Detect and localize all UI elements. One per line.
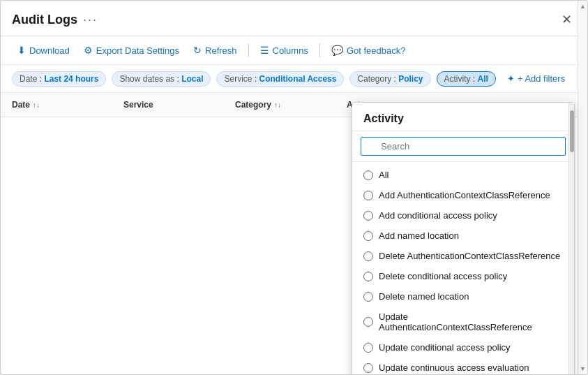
scroll-down-arrow[interactable]: ▼: [578, 363, 587, 374]
scroll-up-arrow[interactable]: ▲: [578, 1, 587, 12]
search-container: 🔍: [361, 137, 566, 156]
activity-item-label: All: [379, 170, 389, 180]
activity-item-label: Update AuthenticationContextClassReferen…: [379, 311, 563, 332]
radio-circle: [363, 170, 373, 180]
toolbar-separator-2: [319, 43, 320, 57]
activity-item-label: Delete AuthenticationContextClassReferen…: [379, 251, 560, 261]
title-bar: Audit Logs ··· ✕: [1, 1, 587, 36]
columns-icon: ☰: [260, 45, 269, 56]
radio-circle: [363, 191, 373, 200]
activity-item-label: Add AuthenticationContextClassReference: [379, 190, 550, 200]
refresh-icon: ↻: [193, 45, 202, 56]
sort-icon-date: ↑↓: [33, 101, 40, 109]
radio-circle: [363, 343, 373, 353]
toolbar: ⬇ Download ⚙ Export Data Settings ↻ Refr…: [1, 36, 587, 65]
page-title: Audit Logs: [12, 13, 77, 27]
radio-circle: [363, 292, 373, 302]
export-data-settings-button[interactable]: ⚙ Export Data Settings: [78, 42, 185, 59]
feedback-icon: 💬: [331, 45, 343, 56]
title-more-icon[interactable]: ···: [83, 13, 98, 27]
col-category[interactable]: Category ↑↓: [224, 93, 336, 117]
col-date[interactable]: Date ↑↓: [1, 93, 112, 117]
activity-item-label: Add conditional access policy: [379, 210, 497, 221]
dropdown-title: Activity: [352, 103, 574, 131]
activity-item-label: Update conditional access policy: [379, 342, 511, 353]
activity-item[interactable]: Delete AuthenticationContextClassReferen…: [352, 246, 574, 266]
audit-logs-window: Audit Logs ··· ✕ ⬇ Download ⚙ Export Dat…: [0, 0, 588, 375]
col-service[interactable]: Service: [112, 93, 224, 117]
activity-item[interactable]: Delete conditional access policy: [352, 266, 574, 286]
activity-filter-chip[interactable]: Activity : All: [437, 71, 496, 87]
service-filter-chip[interactable]: Service : Conditional Access: [216, 71, 344, 87]
radio-circle: [363, 363, 373, 373]
download-icon: ⬇: [17, 45, 26, 56]
columns-button[interactable]: ☰ Columns: [255, 42, 314, 59]
filters-row: Date : Last 24 hours Show dates as : Loc…: [1, 65, 587, 93]
activity-dropdown: Activity 🔍 AllAdd AuthenticationContextC…: [352, 102, 575, 375]
date-filter-chip[interactable]: Date : Last 24 hours: [12, 71, 106, 87]
radio-circle: [363, 317, 373, 327]
activity-item-label: Add named location: [379, 230, 459, 241]
close-button[interactable]: ✕: [557, 10, 576, 29]
activity-item[interactable]: Add conditional access policy: [352, 205, 574, 226]
add-filters-button[interactable]: ✦ + Add filters: [502, 71, 571, 87]
activity-item[interactable]: Update continuous access evaluation: [352, 358, 574, 375]
add-filters-icon: ✦: [507, 73, 515, 84]
title-bar-left: Audit Logs ···: [12, 13, 98, 27]
dropdown-scrollbar-track[interactable]: [568, 103, 574, 375]
show-dates-filter-chip[interactable]: Show dates as : Local: [112, 71, 211, 87]
activity-item[interactable]: All: [352, 165, 574, 185]
activity-item[interactable]: Add AuthenticationContextClassReference: [352, 185, 574, 205]
radio-circle: [363, 231, 373, 241]
activity-item-label: Delete named location: [379, 291, 469, 302]
toolbar-separator: [248, 43, 249, 57]
activity-item[interactable]: Add named location: [352, 226, 574, 246]
activity-search-input[interactable]: [361, 137, 566, 156]
download-button[interactable]: ⬇ Download: [12, 42, 75, 59]
feedback-button[interactable]: 💬 Got feedback?: [326, 42, 412, 59]
dropdown-scrollbar-thumb[interactable]: [570, 110, 574, 152]
scroll-thumb: [580, 13, 586, 362]
activity-list: AllAdd AuthenticationContextClassReferen…: [352, 162, 574, 375]
search-box-wrap: 🔍: [352, 131, 574, 162]
radio-circle: [363, 272, 373, 281]
radio-circle: [363, 211, 373, 221]
activity-item[interactable]: Update conditional access policy: [352, 337, 574, 358]
sort-icon-category: ↑↓: [274, 101, 281, 109]
activity-item[interactable]: Delete named location: [352, 286, 574, 307]
category-filter-chip[interactable]: Category : Policy: [349, 71, 430, 87]
activity-item-label: Update continuous access evaluation: [379, 362, 529, 373]
refresh-button[interactable]: ↻ Refresh: [188, 42, 243, 59]
activity-item[interactable]: Update AuthenticationContextClassReferen…: [352, 307, 574, 337]
radio-circle: [363, 251, 373, 261]
gear-icon: ⚙: [84, 45, 93, 56]
activity-item-label: Delete conditional access policy: [379, 271, 507, 281]
window-scrollbar[interactable]: ▲ ▼: [578, 1, 587, 374]
